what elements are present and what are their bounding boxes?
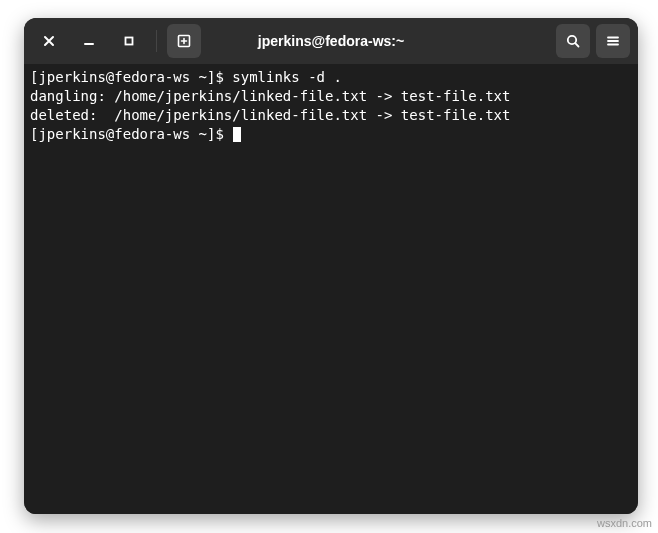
terminal-line: dangling: /home/jperkins/linked-file.txt… xyxy=(30,87,632,106)
command: symlinks -d . xyxy=(232,69,342,85)
headerbar: jperkins@fedora-ws:~ xyxy=(24,18,638,64)
terminal-line: [jperkins@fedora-ws ~]$ symlinks -d . xyxy=(30,68,632,87)
hamburger-icon xyxy=(605,33,621,49)
headerbar-right xyxy=(556,24,630,58)
headerbar-left xyxy=(32,24,201,58)
search-icon xyxy=(565,33,581,49)
prompt: [jperkins@fedora-ws ~]$ xyxy=(30,69,232,85)
svg-rect-0 xyxy=(126,38,133,45)
divider xyxy=(156,30,157,52)
new-tab-icon xyxy=(176,33,192,49)
search-button[interactable] xyxy=(556,24,590,58)
maximize-icon xyxy=(123,35,135,47)
minimize-icon xyxy=(83,35,95,47)
maximize-button[interactable] xyxy=(112,24,146,58)
close-icon xyxy=(43,35,55,47)
prompt: [jperkins@fedora-ws ~]$ xyxy=(30,126,232,142)
close-button[interactable] xyxy=(32,24,66,58)
cursor xyxy=(233,127,241,142)
terminal-content[interactable]: [jperkins@fedora-ws ~]$ symlinks -d .dan… xyxy=(24,64,638,514)
minimize-button[interactable] xyxy=(72,24,106,58)
terminal-line: deleted: /home/jperkins/linked-file.txt … xyxy=(30,106,632,125)
watermark: wsxdn.com xyxy=(597,517,652,529)
terminal-line: [jperkins@fedora-ws ~]$ xyxy=(30,125,632,144)
new-tab-button[interactable] xyxy=(167,24,201,58)
menu-button[interactable] xyxy=(596,24,630,58)
terminal-window: jperkins@fedora-ws:~ [jperkins@fedora-ws… xyxy=(24,18,638,514)
